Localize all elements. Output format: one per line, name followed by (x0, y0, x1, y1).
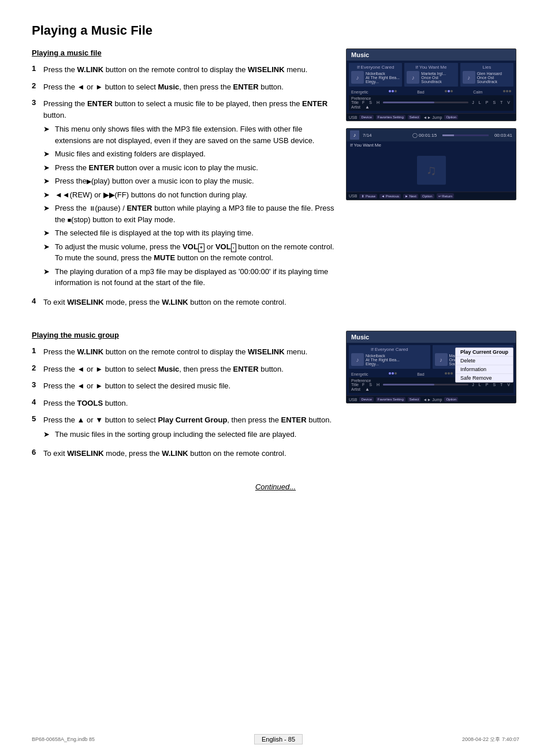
bullet: ➤ (43, 241, 51, 253)
mood-bar: Energetic Bad Calm (349, 89, 513, 95)
group-footer-device-btn[interactable]: Device (359, 397, 373, 402)
sub-step-text-3-9: The playing duration of a mp3 file may b… (55, 266, 334, 289)
music-item-3: ♪ Glen HansardOnce OstSoundtrack (463, 71, 511, 84)
sub-step-5-1: ➤ The music files in the sorting group i… (43, 429, 334, 440)
s2-step-text-6: To exit WISELINK mode, press the W.LINK … (43, 448, 334, 459)
music-icon-1: ♪ (351, 71, 364, 84)
group-music-icon-1: ♪ (351, 353, 364, 366)
section2-heading: Playing the music group (32, 331, 334, 339)
group-music-header: Music (347, 331, 516, 343)
sub-step-text-5-1: The music files in the sorting group inc… (55, 429, 334, 440)
s2-step-num-1: 1 (32, 346, 43, 355)
now-playing-screenshot: ♪ 7/14 ◯ 00:01:15 00:03:41 If You Want M… (346, 128, 516, 200)
step-num-4: 4 (32, 297, 43, 305)
s2-step-text-2: Press the ◄ or ► button to select Music,… (43, 364, 334, 375)
bullet: ➤ (43, 123, 51, 135)
footer-select-btn[interactable]: Select (408, 115, 421, 119)
np-next-btn[interactable]: ► Next (403, 194, 418, 199)
sub-step-3-3: ➤ Press the ENTER button over a music ic… (43, 162, 334, 174)
group-pref-fill (383, 384, 434, 386)
np-usb: USB (349, 194, 357, 198)
sub-step-3-9: ➤ The playing duration of a mp3 file may… (43, 266, 334, 289)
bullet: ➤ (43, 175, 51, 187)
music-browser-screenshot: Music If Everyone Cared ♪ NickelbackAt T… (346, 48, 516, 121)
s2-step-text-5: Press the ▲ or ▼ button to select Play C… (43, 414, 334, 442)
step-3: 3 Pressing the ENTER button to select a … (32, 98, 334, 291)
group-footer-option-btn[interactable]: Option (444, 397, 458, 402)
music-item-1: ♪ NickelbackAt The Right Bea...Elegy... (351, 71, 400, 84)
menu-safe-remove[interactable]: Safe Remove (456, 374, 513, 382)
sub-step-3-8: ➤ To adjust the music volume, press the … (43, 241, 334, 264)
sub-step-3-7: ➤ The selected file is displayed at the … (43, 227, 334, 239)
section1-content: Playing a music file 1 Press the W.LINK … (32, 48, 519, 313)
step-1: 1 Press the W.LINK button on the remote … (32, 64, 334, 76)
footer-favorites-btn[interactable]: Favorites Setting (376, 115, 405, 119)
s2-step-text-1: Press the W.LINK button on the remote co… (43, 346, 334, 358)
s2-step-1: 1 Press the W.LINK button on the remote … (32, 346, 334, 358)
footer-device-btn[interactable]: Device (359, 115, 373, 119)
np-total-time: 00:03:41 (494, 133, 512, 138)
sub-step-3-4: ➤ Press the▶(play) button over a music i… (43, 175, 334, 187)
np-title: If You Want Me (347, 141, 516, 149)
group-mood-dots-mid (445, 372, 453, 376)
page-number-box: English - 85 (254, 734, 303, 744)
s2-step-2: 2 Press the ◄ or ► button to select Musi… (32, 364, 334, 375)
footer-date: 2008-04-22 오후 7:40:07 (462, 736, 519, 743)
bullet: ➤ (43, 162, 51, 174)
mood-dots-left (389, 90, 397, 94)
menu-information[interactable]: Information (456, 365, 513, 374)
mood-dots-mid (445, 90, 453, 94)
np-header: ♪ 7/14 ◯ 00:01:15 00:03:41 (347, 129, 516, 141)
music-pref: Preference Title F S H J L P (349, 95, 513, 111)
section1-left: Playing a music file 1 Press the W.LINK … (32, 48, 334, 313)
pref-fill (383, 102, 434, 103)
sub-step-text-3-5: ◄◄(REW) or ▶▶(FF) buttons do not functio… (55, 189, 334, 201)
s2-step-3: 3 Press the ◄ or ► button to select the … (32, 380, 334, 392)
group-context-menu: Play Current Group Delete Information Sa… (455, 347, 513, 383)
sub-step-text-3-6: Press the ⏸(pause) / ENTER button while … (55, 203, 334, 225)
footer-option-btn[interactable]: Option (444, 115, 458, 119)
bullet: ➤ (43, 266, 51, 278)
footer-file: BP68-00658A_Eng.indb 85 (32, 736, 95, 742)
step-2: 2 Press the ◄ or ► button to select Musi… (32, 81, 334, 93)
sub-step-text-3-2: Music files and existing folders are dis… (55, 148, 334, 160)
sub-steps-3: ➤ This menu only shows files with the MP… (43, 123, 334, 289)
step-text-3: Pressing the ENTER button to select a mu… (43, 98, 334, 291)
sub-step-text-3-7: The selected file is displayed at the to… (55, 227, 334, 239)
sub-step-3-2: ➤ Music files and existing folders are d… (43, 148, 334, 160)
step-4: 4 To exit WISELINK mode, press the W.LIN… (32, 297, 334, 308)
music-footer: USB Device Favorites Setting Select ◄► J… (347, 113, 516, 121)
page-title: Playing a Music File (32, 23, 519, 38)
page-container: Playing a Music File Playing a music fil… (0, 0, 551, 756)
np-return-btn[interactable]: ↩ Return (437, 193, 455, 199)
step-text-2: Press the ◄ or ► button to select Music,… (43, 81, 334, 93)
section2-content: Playing the music group 1 Press the W.LI… (32, 331, 519, 465)
mood-dots-right (503, 90, 511, 94)
pref-artist-row: Artist ▲ (351, 104, 511, 110)
step-num-1: 1 (32, 64, 43, 73)
np-music-icon: ♪ (350, 130, 359, 140)
step-num-2: 2 (32, 81, 43, 90)
sub-step-text-3-1: This menu only shows files with the MP3 … (55, 123, 334, 146)
music-icon-2: ♪ (407, 71, 419, 84)
group-footer-select-btn[interactable]: Select (408, 397, 421, 402)
group-footer-usb: USB (349, 398, 357, 402)
section1-right: Music If Everyone Cared ♪ NickelbackAt T… (346, 48, 519, 313)
bullet: ➤ (43, 203, 51, 214)
np-info: 7/14 (363, 133, 409, 138)
sub-step-3-1: ➤ This menu only shows files with the MP… (43, 123, 334, 146)
menu-delete[interactable]: Delete (456, 357, 513, 365)
step-text-1: Press the W.LINK button on the remote co… (43, 64, 334, 76)
np-album-art: ♫ (417, 156, 446, 185)
col-if-you-want: If You Want Me ♪ Marketa Irgl...Once Ost… (404, 63, 457, 87)
pref-row: Preference (351, 96, 511, 100)
np-option-btn[interactable]: Option (420, 194, 434, 199)
pref-slider (383, 102, 468, 103)
section2-left: Playing the music group 1 Press the W.LI… (32, 331, 334, 465)
np-pause-btn[interactable]: ⏸ Pause (359, 194, 377, 199)
np-footer: USB ⏸ Pause ◄ Previous ► Next Option ↩ R… (347, 192, 516, 200)
group-music-footer: USB Device Favorites Setting Select ◄► J… (347, 395, 516, 403)
np-prev-btn[interactable]: ◄ Previous (379, 194, 401, 199)
menu-play-current-group[interactable]: Play Current Group (456, 348, 513, 357)
group-footer-favorites-btn[interactable]: Favorites Setting (376, 397, 405, 402)
